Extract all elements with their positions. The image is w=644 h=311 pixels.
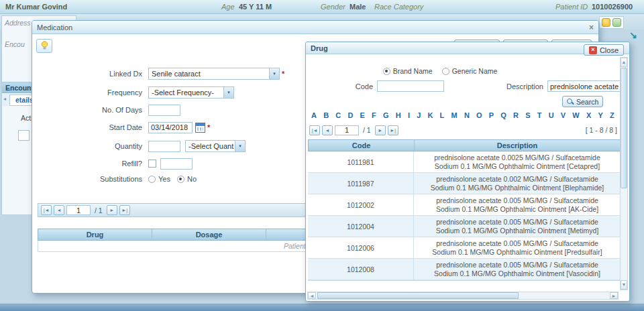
last-page-button[interactable]: ►| — [119, 205, 130, 215]
days-input[interactable] — [148, 105, 180, 116]
alphabet-link-s[interactable]: S — [525, 111, 530, 119]
scroll-left-icon[interactable]: ◄ — [308, 292, 316, 299]
age-value: 45 Y 11 M — [239, 3, 272, 11]
description-input[interactable] — [547, 80, 621, 92]
alphabet-link-p[interactable]: P — [489, 111, 494, 119]
substitutions-row: Substitutions Yes No — [36, 173, 203, 185]
generic-name-option[interactable]: Generic Name — [442, 67, 498, 75]
prev-page-button[interactable]: ◄ — [54, 205, 64, 215]
linked-dx-value: Senile cataract — [149, 70, 269, 78]
next-page-button[interactable]: ► — [107, 205, 117, 215]
alphabet-link-y[interactable]: Y — [598, 111, 602, 119]
page-input[interactable] — [66, 205, 91, 215]
alphabet-link-o[interactable]: O — [476, 111, 482, 119]
alphabet-link-z[interactable]: Z — [610, 111, 614, 119]
drug-table-row[interactable]: 1012002prednisolone acetate 0.005 MG/MG … — [308, 194, 621, 216]
drug-code-cell: 1012004 — [308, 216, 414, 237]
alphabet-link-g[interactable]: G — [383, 111, 389, 119]
alphabet-link-n[interactable]: N — [464, 111, 470, 119]
horizontal-scroll-thumb[interactable] — [317, 292, 519, 299]
drug-close-button[interactable]: × Close — [584, 44, 624, 56]
alphabet-link-c[interactable]: C — [335, 111, 341, 119]
vertical-scrollbar: ▲ ▼ — [620, 57, 628, 290]
frequency-label: Frequency — [36, 88, 142, 97]
first-page-button[interactable]: |◄ — [41, 205, 52, 215]
dosage-column-header[interactable]: Dosage — [152, 229, 266, 240]
substitutions-yes-radio[interactable] — [148, 176, 156, 183]
quantity-unit-select[interactable]: -Select Quant ▼ — [185, 140, 246, 152]
alphabet-link-r[interactable]: R — [513, 111, 519, 119]
scroll-down-icon[interactable]: ▼ — [621, 280, 627, 290]
drug-column-header[interactable]: Drug — [38, 229, 152, 240]
refill-checkbox[interactable] — [148, 160, 156, 168]
refill-input[interactable] — [160, 158, 193, 170]
start-date-input[interactable] — [148, 122, 193, 133]
description-column-header[interactable]: Description — [415, 140, 620, 151]
quantity-input[interactable] — [148, 141, 180, 152]
substitutions-label: Substitutions — [36, 175, 142, 183]
alphabet-link-d[interactable]: D — [347, 111, 353, 119]
alphabet-link-q[interactable]: Q — [500, 111, 506, 119]
medication-dialog-title: Medication — [37, 23, 72, 32]
address-label: Address — [5, 19, 31, 27]
brand-name-label: Brand Name — [393, 67, 433, 75]
next-page-button[interactable]: ► — [375, 125, 386, 135]
brand-name-option[interactable]: Brand Name — [383, 67, 433, 75]
start-date-label: Start Date — [36, 123, 142, 131]
scroll-right-icon[interactable]: ► — [610, 292, 618, 299]
days-row: No. Of Days — [36, 104, 180, 116]
alphabet-link-f[interactable]: F — [372, 111, 376, 119]
scroll-up-icon[interactable]: ▲ — [621, 58, 627, 67]
prev-page-button[interactable]: ◄ — [322, 125, 333, 135]
diagonal-arrow-icon[interactable]: ↘ — [629, 29, 637, 40]
banner-toolbar — [599, 16, 624, 29]
drug-table-row[interactable]: 1012008prednisolone acetate 0.005 MG/MG … — [308, 259, 621, 280]
hint-bulb-button[interactable] — [36, 39, 52, 53]
description-label: Description — [503, 82, 543, 90]
alphabet-link-u[interactable]: U — [549, 111, 554, 119]
substitutions-no-radio[interactable] — [177, 176, 184, 183]
drug-table-row[interactable]: 1011987prednisolone acetate 0.002 MG/MG … — [308, 173, 621, 194]
brand-name-radio — [383, 68, 390, 75]
alphabet-link-b[interactable]: B — [323, 111, 329, 119]
alphabet-link-a[interactable]: A — [311, 111, 317, 119]
linked-dx-select[interactable]: Senile cataract ▼ — [148, 68, 280, 80]
calendar-icon[interactable] — [195, 123, 205, 133]
bulb-icon[interactable] — [602, 18, 610, 27]
alphabet-link-m[interactable]: M — [451, 111, 458, 119]
alphabet-link-l[interactable]: L — [440, 111, 445, 119]
drug-description-cell: prednisolone acetate 0.005 MG/MG / Sulfa… — [414, 237, 621, 258]
drug-table-row[interactable]: 1011981prednisolone acetate 0.0025 MG/MG… — [308, 151, 621, 173]
days-label: No. Of Days — [36, 106, 142, 114]
alphabet-link-h[interactable]: H — [396, 111, 401, 119]
code-input[interactable] — [377, 80, 444, 92]
alphabet-link-t[interactable]: T — [537, 111, 542, 119]
alphabet-link-j[interactable]: J — [417, 111, 421, 119]
frequency-select[interactable]: -Select Frequency- ▼ — [148, 86, 234, 99]
tab-scroll-left-icon[interactable]: ◂ — [3, 96, 6, 102]
vertical-scroll-thumb[interactable] — [621, 68, 627, 188]
page-range-label: [ 1 - 8 / 8 ] — [586, 126, 617, 134]
drug-table-row[interactable]: 1012006prednisolone acetate 0.005 MG/MG … — [308, 237, 621, 259]
alphabet-link-e[interactable]: E — [360, 111, 365, 119]
linked-dx-label: Linked Dx — [36, 70, 142, 78]
drug-table-row[interactable]: 1012004prednisolone acetate 0.005 MG/MG … — [308, 216, 621, 237]
alphabet-link-w[interactable]: W — [572, 111, 579, 119]
patient-id-value: 1010026900 — [592, 3, 633, 11]
page-input[interactable] — [335, 125, 359, 135]
search-button[interactable]: Search — [562, 96, 603, 107]
alphabet-link-x[interactable]: X — [586, 111, 591, 119]
alphabet-link-i[interactable]: I — [408, 111, 410, 119]
code-column-header[interactable]: Code — [309, 140, 415, 151]
last-page-button[interactable]: ►| — [388, 125, 398, 135]
no-label: No — [187, 175, 197, 183]
alphabet-link-k[interactable]: K — [427, 111, 433, 119]
first-page-button[interactable]: |◄ — [309, 125, 320, 135]
drug-code-cell: 1011987 — [308, 173, 414, 194]
leaf-icon[interactable] — [612, 18, 621, 27]
bottom-bar — [0, 304, 644, 311]
drug-description-cell: prednisolone acetate 0.005 MG/MG / Sulfa… — [414, 259, 621, 279]
medication-close-x-icon[interactable]: × — [589, 23, 594, 32]
drug-code-cell: 1011981 — [308, 151, 414, 172]
alphabet-link-v[interactable]: V — [561, 111, 566, 119]
